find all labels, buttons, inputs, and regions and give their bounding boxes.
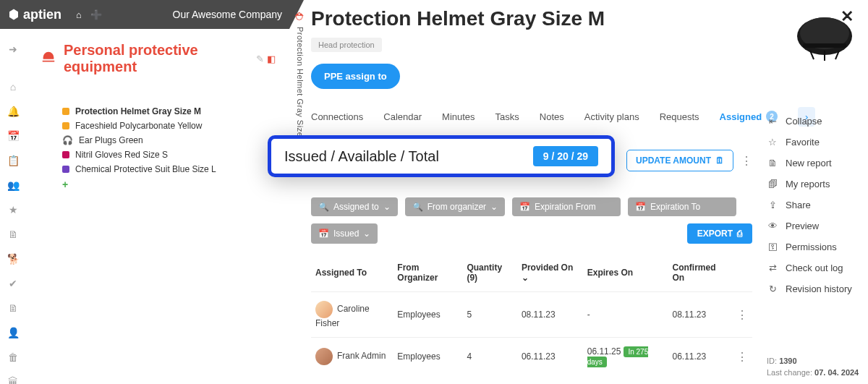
action-revision-history[interactable]: ↻Revision history	[767, 283, 861, 294]
filter-expiration-to[interactable]: 📅 Expiration To	[628, 197, 736, 216]
action-my-reports[interactable]: 🗐My reports	[767, 179, 861, 189]
col-provided[interactable]: Provided On ⌄	[517, 257, 583, 292]
action-icon: ⚿	[767, 242, 778, 252]
doc2-icon[interactable]: 🗎	[7, 302, 20, 314]
filter-issued[interactable]: 📅 Issued ⌄	[311, 223, 378, 244]
meta-footer: ID: 1390 Last change: 07. 04. 2024	[767, 357, 861, 377]
row-more-icon[interactable]: ⋮	[736, 309, 748, 321]
col-confirmed[interactable]: Confirmed On	[668, 257, 731, 292]
ppe-list-item[interactable]: Chemical Protective Suit Blue Size L	[62, 162, 276, 176]
filter-assigned-to[interactable]: 🔍 Assigned to ⌄	[311, 197, 398, 216]
filter-from-organizer[interactable]: 🔍 From organizer ⌄	[405, 197, 505, 216]
company-name: Our Awesome Company	[173, 9, 282, 20]
action-collapse[interactable]: ⇤Collapse	[767, 116, 861, 127]
col-assigned[interactable]: Assigned To	[311, 257, 393, 292]
plus-icon[interactable]: +	[62, 179, 68, 190]
add-ppe-button[interactable]: +	[62, 176, 276, 192]
ppe-assign-button[interactable]: PPE assign to	[311, 64, 400, 89]
tab-assigned-label: Assigned	[720, 111, 762, 122]
home-icon[interactable]: ⌂	[76, 9, 82, 20]
close-icon[interactable]: ✕	[841, 7, 854, 26]
calendar-icon[interactable]: 📅	[7, 130, 20, 142]
export-icon: ⎙	[737, 229, 742, 239]
action-icon: 👁	[767, 221, 778, 231]
col-qty[interactable]: Quantity (9)	[462, 257, 517, 292]
bell-icon[interactable]: 🔔	[7, 106, 20, 117]
tab-tasks[interactable]: Tasks	[495, 107, 519, 127]
action-icon: ⇄	[767, 263, 778, 273]
tab-calendar[interactable]: Calendar	[383, 107, 422, 127]
topbar: aptien ⌂ ➕ Our Awesome Company	[0, 0, 289, 29]
chevron-down-icon: ⌄	[522, 273, 529, 283]
trash-icon[interactable]: 🗑	[7, 351, 20, 363]
more-menu-icon[interactable]: ⋮	[741, 154, 752, 168]
hardhat-small-icon: ⛑	[295, 11, 305, 22]
row-more-icon[interactable]: ⋮	[736, 351, 748, 363]
col-from[interactable]: From Organizer	[393, 257, 462, 292]
update-amount-button[interactable]: UPDATE AMOUNT 🗓	[626, 150, 733, 171]
tab-notes[interactable]: Notes	[540, 107, 564, 127]
meta-id-value: 1390	[779, 357, 796, 365]
page-title: Protection Helmet Gray Size M	[311, 7, 774, 30]
table-row[interactable]: Caroline FisherEmployees508.11.23-08.11.…	[311, 292, 752, 338]
clipboard-icon[interactable]: 📋	[7, 155, 20, 166]
check-icon[interactable]: ✔	[7, 278, 20, 289]
ppe-list-item[interactable]: Nitril Gloves Red Size S	[62, 148, 276, 162]
person-icon[interactable]: 👤	[7, 327, 20, 338]
animal-icon[interactable]: 🐕	[7, 253, 20, 265]
action-label: Check out log	[786, 263, 843, 273]
stock-highlight-value: 9 / 20 / 29	[533, 146, 598, 166]
ppe-list-item[interactable]: Faceshield Polycarbonate Yellow	[62, 119, 276, 133]
swatch-icon	[62, 166, 69, 173]
cell-confirmed: 08.11.23	[668, 292, 731, 338]
tab-requests[interactable]: Requests	[660, 107, 699, 127]
assignments-table: Assigned To From Organizer Quantity (9) …	[311, 257, 752, 375]
chevron-down-icon: ⌄	[383, 202, 391, 212]
ppe-item-label: Nitril Gloves Red Size S	[75, 150, 168, 160]
filter-assigned-to-label: Assigned to	[333, 202, 379, 212]
tab-minutes[interactable]: Minutes	[442, 107, 475, 127]
action-preview[interactable]: 👁Preview	[767, 221, 861, 231]
stock-highlight-label: Issued / Available / Total	[284, 148, 439, 165]
cell-from: Employees	[393, 292, 462, 338]
filter-expiration-from[interactable]: 📅 Expiration From	[512, 197, 621, 216]
col-expires[interactable]: Expires On	[583, 257, 668, 292]
logo[interactable]: aptien	[7, 7, 61, 22]
action-check-out-log[interactable]: ⇄Check out log	[767, 263, 861, 273]
filter-icon[interactable]: ◧	[267, 54, 276, 64]
category-tag[interactable]: Head protection	[311, 38, 382, 52]
vertical-tab[interactable]: ⛑ Protection Helmet Gray Size M	[289, 4, 311, 147]
filter-from-org-label: From organizer	[427, 202, 486, 212]
action-favorite[interactable]: ☆Favorite	[767, 137, 861, 148]
ppe-list-item[interactable]: 🎧Ear Plugs Green	[62, 133, 276, 148]
table-row[interactable]: Frank AdminEmployees406.11.2306.11.25In …	[311, 338, 752, 376]
days-badge: In 275 days	[587, 346, 649, 367]
people-icon[interactable]: 👥	[7, 179, 20, 191]
col-provided-label: Provided On	[522, 263, 573, 273]
stock-highlight: Issued / Available / Total 9 / 20 / 29	[268, 135, 615, 177]
swatch-icon	[62, 122, 69, 129]
doc-icon[interactable]: 🗎	[7, 229, 20, 240]
login-icon[interactable]: ➜	[7, 43, 20, 55]
building-icon[interactable]: 🏛	[7, 376, 20, 384]
home-icon[interactable]: ⌂	[7, 81, 20, 93]
ppe-item-label: Chemical Protective Suit Blue Size L	[75, 164, 216, 174]
calc-icon: 🗓	[715, 155, 724, 166]
action-permissions[interactable]: ⚿Permissions	[767, 242, 861, 252]
ppe-item-label: Ear Plugs Green	[79, 135, 143, 145]
filter-exp-from-label: Expiration From	[535, 202, 596, 212]
star-icon[interactable]: ★	[7, 204, 20, 216]
ppe-list-item[interactable]: Protection Helmet Gray Size M	[62, 104, 276, 119]
headphones-icon: 🎧	[62, 135, 73, 145]
tab-activity-plans[interactable]: Activity plans	[584, 107, 639, 127]
vertical-tab-label: Protection Helmet Gray Size M	[296, 27, 305, 147]
tab-connections[interactable]: Connections	[311, 107, 363, 127]
plus-circle-icon[interactable]: ➕	[90, 9, 102, 20]
cell-from: Employees	[393, 338, 462, 376]
action-new-report[interactable]: 🗎New report	[767, 158, 861, 168]
export-button[interactable]: EXPORT ⎙	[687, 223, 752, 244]
pencil-icon[interactable]: ✎	[256, 54, 264, 64]
ppe-item-label: Faceshield Polycarbonate Yellow	[75, 121, 202, 131]
update-amount-label: UPDATE AMOUNT	[636, 155, 711, 166]
action-share[interactable]: ⇪Share	[767, 200, 861, 210]
